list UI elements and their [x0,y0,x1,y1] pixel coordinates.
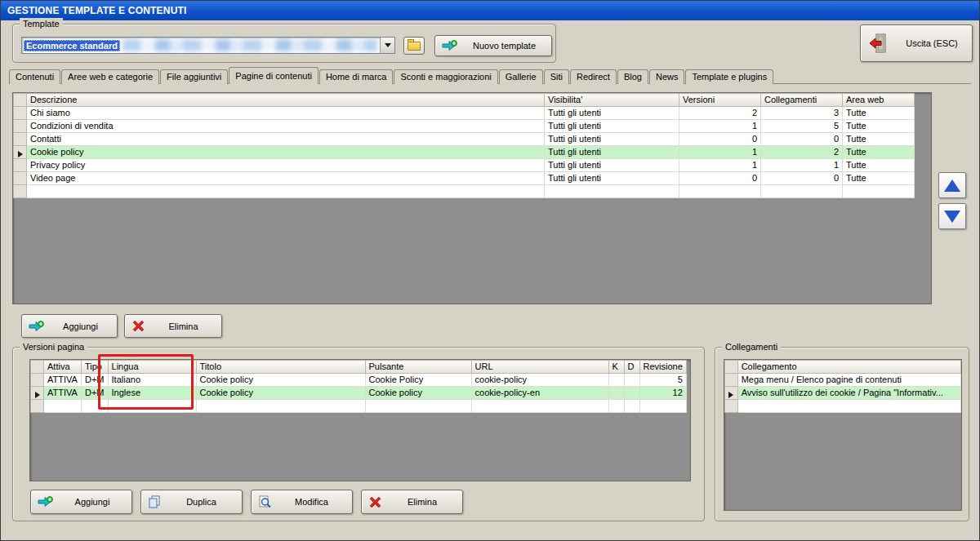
cell-attiva[interactable]: ATTIVA [44,387,82,400]
cell-lingua[interactable]: Italiano [108,374,196,387]
row-marker-cell[interactable] [725,387,738,400]
row-marker-cell[interactable] [31,374,44,387]
cell-collegamenti[interactable]: 0 [761,133,843,146]
pages-grid: Descrizione Visibilita' Versioni Collega… [12,92,932,304]
cell-versioni[interactable]: 1 [679,146,761,159]
tab-siti[interactable]: Siti [544,69,569,84]
cell-collegamenti[interactable]: 3 [761,107,843,120]
link-row-selected[interactable]: Avviso sull'utilizzo dei cookie / Pagina… [725,387,961,400]
cell-revisione[interactable]: 5 [639,374,686,387]
cell-area-web[interactable]: Tutte [843,172,915,185]
add-version-button[interactable]: Aggiungi [30,490,132,514]
row-marker-cell[interactable] [31,387,44,400]
cell-k[interactable] [608,387,624,400]
move-down-button[interactable] [938,203,966,229]
table-row[interactable]: Contatti Tutti gli utenti 0 0 Tutte [14,133,915,146]
cell-pulsante[interactable]: Cookie policy [365,387,471,400]
cell-lingua[interactable]: Inglese [108,387,196,400]
cell-d[interactable] [624,374,639,387]
cell-versioni[interactable]: 1 [679,159,761,172]
cell-collegamenti[interactable]: 2 [761,146,843,159]
cell-visibilita[interactable]: Tutti gli utenti [545,133,679,146]
version-row-selected[interactable]: ATTIVA D+M Inglese Cookie policy Cookie … [31,387,687,400]
cell-tipo[interactable]: D+M [82,387,109,400]
table-row[interactable]: Video page Tutti gli utenti 0 0 Tutte [14,172,915,185]
cell-versioni[interactable]: 2 [679,107,761,120]
cell-descrizione[interactable]: Condizioni di vendita [27,120,545,133]
exit-button[interactable]: Uscita (ESC) [860,24,973,62]
cell-titolo[interactable]: Cookie policy [196,374,365,387]
cell-d[interactable] [624,387,639,400]
cell-visibilita[interactable]: Tutti gli utenti [545,107,679,120]
cell-visibilita[interactable]: Tutti gli utenti [545,120,679,133]
duplicate-version-button[interactable]: Duplica [140,490,243,514]
template-combo[interactable]: Ecommerce standard [21,37,395,54]
tab-pagine-di-contenuti[interactable]: Pagine di contenuti [229,67,318,84]
table-row[interactable]: Privacy policy Tutti gli utenti 1 1 Tutt… [14,159,915,172]
cell-descrizione[interactable]: Contatti [27,133,545,146]
cell-revisione[interactable]: 12 [639,387,686,400]
cell-versioni[interactable]: 0 [679,133,761,146]
version-row[interactable]: ATTIVA D+M Italiano Cookie policy Cookie… [31,374,687,387]
title-bar[interactable]: GESTIONE TEMPLATE E CONTENUTI [1,1,979,20]
row-marker-cell[interactable] [14,172,27,185]
tab-contenuti[interactable]: Contenuti [9,69,60,84]
cell-versioni[interactable]: 0 [679,172,761,185]
row-marker-cell[interactable] [14,159,27,172]
tab-redirect[interactable]: Redirect [570,69,617,84]
cell-collegamenti[interactable]: 0 [761,172,843,185]
row-marker-cell[interactable] [14,133,27,146]
cell-descrizione[interactable]: Chi siamo [27,107,545,120]
tab-aree-web-e-categorie[interactable]: Aree web e categorie [61,69,159,84]
row-marker-cell[interactable] [14,107,27,120]
row-marker-cell[interactable] [14,120,27,133]
table-row[interactable]: Condizioni di vendita Tutti gli utenti 1… [14,120,915,133]
exit-door-icon [867,33,889,54]
cell-descrizione[interactable]: Video page [27,172,545,185]
row-marker-header [31,361,44,374]
tab-template-e-plugins[interactable]: Template e plugins [685,69,773,84]
cell-versioni[interactable]: 1 [679,120,761,133]
cell-collegamenti[interactable]: 1 [761,159,843,172]
cell-url[interactable]: cookie-policy-en [471,387,608,400]
table-row-selected[interactable]: Cookie policy Tutti gli utenti 1 2 Tutte [14,146,915,159]
open-folder-button[interactable] [403,37,425,55]
cell-titolo[interactable]: Cookie policy [196,387,365,400]
tab-blog[interactable]: Blog [617,69,648,84]
cell-area-web[interactable]: Tutte [843,133,915,146]
tab-news[interactable]: News [649,69,685,84]
cell-area-web[interactable]: Tutte [843,146,915,159]
cell-area-web[interactable]: Tutte [843,159,915,172]
cell-collegamenti[interactable]: 5 [761,120,843,133]
row-marker-cell[interactable] [725,374,738,387]
cell-area-web[interactable]: Tutte [843,107,915,120]
cell-descrizione[interactable]: Cookie policy [27,146,545,159]
combo-dropdown-button[interactable] [380,38,394,53]
tab-file-aggiuntivi[interactable]: File aggiuntivi [160,69,228,84]
row-marker-cell[interactable] [14,146,27,159]
modify-version-button[interactable]: Modifica [251,490,353,514]
link-row[interactable]: Mega menu / Elenco pagine di contenuti [725,374,961,387]
new-template-button[interactable]: Nuovo template [434,35,552,56]
tab-home-di-marca[interactable]: Home di marca [319,69,394,84]
tab-sconti-e-maggiorazioni[interactable]: Sconti e maggiorazioni [394,69,497,84]
cell-visibilita[interactable]: Tutti gli utenti [545,172,679,185]
cell-descrizione[interactable]: Privacy policy [27,159,545,172]
delete-page-button[interactable]: Elimina [124,314,222,338]
tab-gallerie[interactable]: Gallerie [499,69,543,84]
cell-url[interactable]: cookie-policy [471,374,608,387]
cell-pulsante[interactable]: Cookie Policy [365,374,471,387]
move-up-button[interactable] [938,172,966,198]
cell-collegamento[interactable]: Mega menu / Elenco pagine di contenuti [737,374,960,387]
cell-k[interactable] [608,374,624,387]
add-page-button[interactable]: Aggiungi [21,314,118,338]
cell-area-web[interactable]: Tutte [843,120,915,133]
cell-attiva[interactable]: ATTIVA [44,374,82,387]
cell-visibilita[interactable]: Tutti gli utenti [545,159,679,172]
table-row[interactable]: Chi siamo Tutti gli utenti 2 3 Tutte [14,107,915,120]
cell-visibilita[interactable]: Tutti gli utenti [545,146,679,159]
cell-collegamento[interactable]: Avviso sull'utilizzo dei cookie / Pagina… [737,387,960,400]
links-grid-header-row: Collegamento [725,361,961,374]
cell-tipo[interactable]: D+M [82,374,109,387]
delete-version-button[interactable]: Elimina [361,490,463,514]
